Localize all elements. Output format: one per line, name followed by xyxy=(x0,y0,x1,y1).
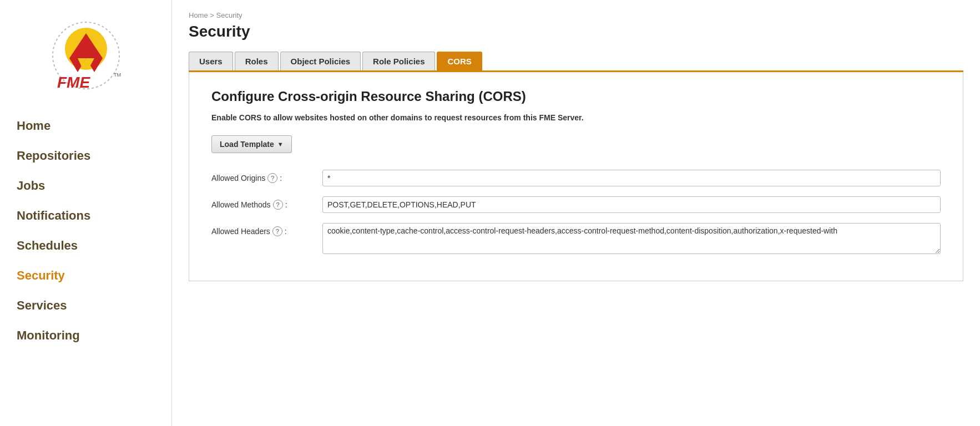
load-template-button[interactable]: Load Template ▼ xyxy=(211,135,292,153)
main-content: Home > Security Security Users Roles Obj… xyxy=(172,0,980,426)
tab-object-policies[interactable]: Object Policies xyxy=(280,52,361,70)
allowed-methods-label: Allowed Methods ?: xyxy=(211,196,322,210)
tab-users[interactable]: Users xyxy=(189,52,233,70)
cors-panel: Configure Cross-origin Resource Sharing … xyxy=(189,72,963,281)
tab-bar: Users Roles Object Policies Role Policie… xyxy=(189,52,963,72)
allowed-headers-label: Allowed Headers ?: xyxy=(211,223,322,236)
cors-section-title: Configure Cross-origin Resource Sharing … xyxy=(211,89,941,104)
tab-roles[interactable]: Roles xyxy=(235,52,279,70)
allowed-methods-row: Allowed Methods ?: xyxy=(211,196,941,213)
nav-list: Home Repositories Jobs Notifications Sch… xyxy=(0,111,171,351)
sidebar-item-services[interactable]: Services xyxy=(0,291,171,321)
breadcrumb: Home > Security xyxy=(189,11,963,19)
allowed-origins-help-icon[interactable]: ? xyxy=(267,173,277,183)
sidebar-item-home[interactable]: Home xyxy=(0,111,171,141)
allowed-headers-help-icon[interactable]: ? xyxy=(272,226,282,236)
allowed-methods-help-icon[interactable]: ? xyxy=(273,200,283,210)
allowed-origins-input[interactable] xyxy=(322,170,941,186)
svg-text:FME: FME xyxy=(57,74,90,91)
fme-logo: FME TM xyxy=(36,17,136,94)
breadcrumb-home-link[interactable]: Home xyxy=(189,11,208,19)
allowed-headers-row: Allowed Headers ?: xyxy=(211,223,941,254)
allowed-origins-label: Allowed Origins ?: xyxy=(211,170,322,183)
tab-role-policies[interactable]: Role Policies xyxy=(362,52,435,70)
tab-cors[interactable]: CORS xyxy=(437,52,482,70)
sidebar: FME TM Home Repositories Jobs Notificati… xyxy=(0,0,172,426)
page-title: Security xyxy=(189,23,963,40)
svg-text:TM: TM xyxy=(114,72,121,78)
sidebar-item-schedules[interactable]: Schedules xyxy=(0,231,171,261)
sidebar-item-jobs[interactable]: Jobs xyxy=(0,171,171,201)
load-template-dropdown-arrow: ▼ xyxy=(277,141,284,148)
sidebar-item-notifications[interactable]: Notifications xyxy=(0,201,171,231)
logo-area: FME TM xyxy=(0,6,171,111)
sidebar-item-repositories[interactable]: Repositories xyxy=(0,141,171,171)
allowed-headers-input[interactable] xyxy=(322,223,941,254)
load-template-label: Load Template xyxy=(220,140,274,149)
sidebar-item-monitoring[interactable]: Monitoring xyxy=(0,321,171,351)
allowed-methods-input[interactable] xyxy=(322,196,941,213)
breadcrumb-separator: > xyxy=(210,11,216,19)
sidebar-item-security[interactable]: Security xyxy=(0,261,171,291)
cors-description: Enable CORS to allow websites hosted on … xyxy=(211,113,941,122)
breadcrumb-current: Security xyxy=(216,11,243,19)
allowed-origins-row: Allowed Origins ?: xyxy=(211,170,941,186)
